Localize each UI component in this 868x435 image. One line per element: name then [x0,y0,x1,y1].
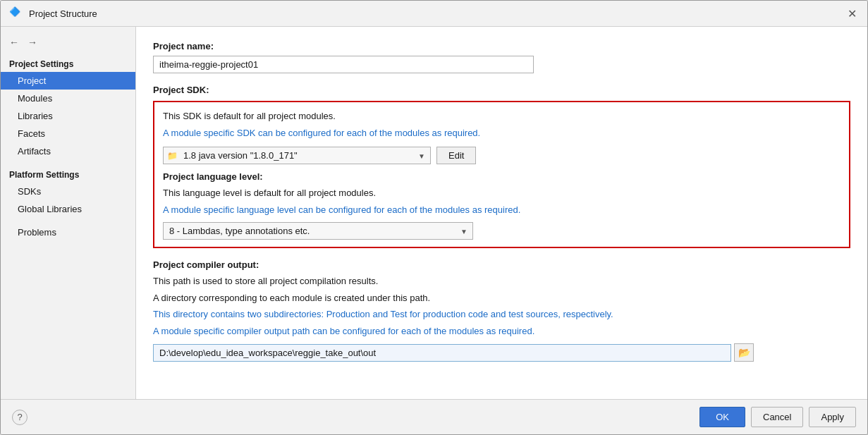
compiler-info-2: A directory corresponding to each module… [153,291,850,305]
project-structure-dialog: 🔷 Project Structure ✕ ← → Project Settin… [0,0,868,435]
compiler-info-4: A module specific compiler output path c… [153,324,850,338]
title-bar: 🔷 Project Structure ✕ [1,1,867,27]
sdk-info-1: This SDK is default for all project modu… [163,109,841,123]
lang-info-2: A module specific language level can be … [163,203,841,217]
sidebar-item-global-libraries[interactable]: Global Libraries [1,200,135,218]
sidebar: ← → Project Settings Project Modules Lib… [1,27,136,399]
forward-button[interactable]: → [25,35,40,49]
sidebar-item-problems[interactable]: Problems [1,223,135,241]
browse-folder-button[interactable]: 📂 [734,343,754,362]
help-button[interactable]: ? [12,410,27,425]
compiler-output-label: Project compiler output: [153,259,850,270]
sidebar-item-facets[interactable]: Facets [1,125,135,142]
compiler-info-3: This directory contains two subdirectori… [153,307,850,321]
sdk-select[interactable]: 1.8 java version "1.8.0_171" [163,147,431,164]
cancel-button[interactable]: Cancel [751,407,803,427]
footer-buttons: OK Cancel Apply [699,407,856,427]
project-settings-section-label: Project Settings [1,55,135,72]
sdk-info-2: A module specific SDK can be configured … [163,126,841,140]
main-content: Project name: Project SDK: This SDK is d… [136,27,867,399]
language-level-label: Project language level: [163,171,841,182]
apply-button[interactable]: Apply [809,407,856,427]
compiler-output-row: 📂 [153,343,850,362]
back-button[interactable]: ← [6,35,22,49]
platform-settings-section-label: Platform Settings [1,166,135,183]
sidebar-item-project[interactable]: Project [1,72,135,90]
title-bar-left: 🔷 Project Structure [9,6,97,20]
lang-info-1: This language level is default for all p… [163,186,841,200]
language-level-dropdown-wrap: 8 - Lambdas, type annotations etc. ▼ [163,222,473,240]
sidebar-separator [1,160,135,166]
language-level-select[interactable]: 8 - Lambdas, type annotations etc. [163,222,473,240]
sdk-section-label: Project SDK: [153,85,850,95]
project-name-input[interactable] [153,56,534,73]
sidebar-item-libraries[interactable]: Libraries [1,107,135,125]
ok-button[interactable]: OK [699,407,745,427]
folder-icon: 📂 [738,347,750,358]
nav-buttons: ← → [1,32,135,55]
compiler-output-input[interactable] [153,344,731,362]
sidebar-item-artifacts[interactable]: Artifacts [1,142,135,160]
project-name-label: Project name: [153,41,850,51]
compiler-info-1: This path is used to store all project c… [153,274,850,288]
dialog-title: Project Structure [29,8,97,19]
sdk-language-box: This SDK is default for all project modu… [153,101,850,248]
dialog-footer: ? OK Cancel Apply [1,399,867,434]
app-icon: 🔷 [9,6,23,20]
close-button[interactable]: ✕ [845,6,859,20]
sidebar-item-modules[interactable]: Modules [1,90,135,107]
sdk-row: 📁 1.8 java version "1.8.0_171" ▼ Edit [163,147,841,164]
sdk-dropdown-wrap: 📁 1.8 java version "1.8.0_171" ▼ [163,147,431,164]
sidebar-item-sdks[interactable]: SDKs [1,183,135,200]
dialog-body: ← → Project Settings Project Modules Lib… [1,27,867,399]
edit-sdk-button[interactable]: Edit [436,147,476,164]
